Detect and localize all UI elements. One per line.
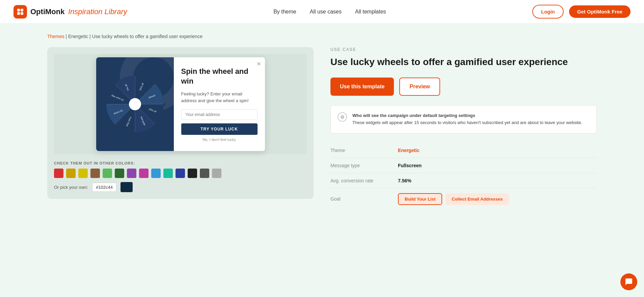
swatch-red[interactable] [54,169,63,178]
nav-by-theme[interactable]: By theme [273,9,296,15]
conversion-rate-label: Avg. conversion rate [330,178,398,183]
breadcrumb: Themes | Energetic | Use lucky wheels to… [47,34,597,39]
svg-point-21 [134,74,136,76]
svg-rect-0 [17,9,20,11]
swatch-purple[interactable] [127,169,136,178]
svg-rect-3 [21,12,23,15]
logo-text: OptiMonk Inspiration Library [30,7,127,16]
detail-row-conversion: Avg. conversion rate 7.56% [330,173,597,188]
detail-row-message-type: Message type Fullscreen [330,158,597,173]
preview-panel: 20% off Almost 25% off Not quite Free Sh… [47,47,314,199]
swatch-pink[interactable] [139,169,149,178]
swatch-dark-green[interactable] [115,169,124,178]
main-nav: By theme All use cases All templates [273,9,386,15]
goal-build-list-button[interactable]: Build Your List [398,193,442,205]
breadcrumb-separator1: | [65,34,68,39]
conversion-rate-value: 7.56% [398,178,411,183]
popup-title: Spin the wheel and win [181,67,258,86]
svg-point-20 [129,98,141,110]
info-body-text: These widgets will appear after 15 secon… [352,120,582,125]
swatch-black[interactable] [188,169,197,178]
color-section: CHECK THEM OUT IN OTHER COLORS: [54,161,307,192]
swatch-gold[interactable] [66,169,76,178]
color-preview-swatch[interactable] [120,182,133,192]
color-section-label: CHECK THEM OUT IN OTHER COLORS: [54,161,307,165]
theme-value: Energetic [398,148,420,153]
svg-point-26 [113,124,115,126]
goal-buttons: Build Your List Collect Email Addresses [398,193,509,205]
svg-rect-1 [21,9,23,11]
nav-all-templates[interactable]: All templates [355,9,386,15]
optimonk-logo-icon [14,5,27,19]
nav-actions: Login Get OptiMonk Free [532,5,630,19]
logo-subtitle: Inspiration Library [68,7,127,16]
details-table: Theme Energetic Message type Fullscreen … [330,143,597,210]
logo-area: OptiMonk Inspiration Library [14,5,127,19]
header: OptiMonk Inspiration Library By theme Al… [0,0,644,24]
svg-point-24 [155,124,157,126]
swatch-light-green[interactable] [103,169,112,178]
color-hex-input[interactable]: #102c44 [92,183,116,192]
pick-own-color: Or pick your own: #102c44 [54,182,307,192]
targeting-info-text: Who will see the campaign under default … [352,112,582,126]
nav-all-use-cases[interactable]: All use cases [310,9,342,15]
right-panel: USE CASE Use lucky wheels to offer a gam… [330,47,597,210]
pick-own-label: Or pick your own: [54,185,88,190]
breadcrumb-current: Use lucky wheels to offer a gamified use… [92,34,203,39]
popup-right-content: ✕ Spin the wheel and win Feeling lucky? … [174,57,265,151]
svg-rect-2 [17,12,20,15]
detail-row-goal: Goal Build Your List Collect Email Addre… [330,188,597,210]
swatch-brown[interactable] [90,169,100,178]
swatch-teal[interactable] [163,169,173,178]
goal-collect-email-button[interactable]: Collect Email Addresses [446,193,509,205]
popup-skip-link[interactable]: No, I don't feel lucky [181,138,258,142]
popup-try-luck-button[interactable]: TRY YOUR LUCK [181,123,258,135]
swatch-blue[interactable] [176,169,185,178]
goal-label: Goal [330,196,398,202]
svg-point-27 [105,103,107,105]
template-title: Use lucky wheels to offer a gamified use… [330,56,597,68]
main-content: Themes | Energetic | Use lucky wheels to… [0,24,644,297]
popup-preview: 20% off Almost 25% off Not quite Free Sh… [96,57,265,151]
message-type-value: Fullscreen [398,163,422,168]
svg-point-25 [134,132,136,135]
svg-point-23 [163,103,165,105]
swatch-light-gray[interactable] [212,169,221,178]
spin-wheel: 20% off Almost 25% off Not quite Free Sh… [105,74,165,135]
popup-left: 20% off Almost 25% off Not quite Free Sh… [96,57,174,151]
swatch-light-blue[interactable] [151,169,161,178]
targeting-info-icon: ⚙ [338,112,347,122]
theme-label: Theme [330,148,398,153]
preview-background: 20% off Almost 25% off Not quite Free Sh… [54,54,307,154]
svg-point-28 [113,82,115,84]
chat-bubble-button[interactable] [620,273,637,290]
popup-close-icon[interactable]: ✕ [257,61,261,67]
swatch-dark-gray[interactable] [200,169,209,178]
targeting-info-box: ⚙ Who will see the campaign under defaul… [330,105,597,133]
swatch-yellow[interactable] [78,169,88,178]
get-optimonk-free-button[interactable]: Get OptiMonk Free [569,5,630,18]
breadcrumb-themes[interactable]: Themes [47,34,64,39]
popup-email-input[interactable] [181,109,258,120]
message-type-label: Message type [330,163,398,168]
action-buttons: Use this template Preview [330,78,597,96]
info-bold-text: Who will see the campaign under default … [352,113,475,118]
preview-button[interactable]: Preview [399,78,440,96]
use-case-label: USE CASE [330,47,597,52]
color-swatches [54,169,307,178]
login-button[interactable]: Login [532,5,564,19]
svg-point-22 [155,82,157,84]
popup-subtitle: Feeling lucky? Enter your email address … [181,91,258,104]
detail-row-theme: Theme Energetic [330,143,597,158]
breadcrumb-energetic: Energetic [68,34,88,39]
use-template-button[interactable]: Use this template [330,78,394,96]
breadcrumb-separator2: | [89,34,92,39]
content-grid: 20% off Almost 25% off Not quite Free Sh… [47,47,597,210]
